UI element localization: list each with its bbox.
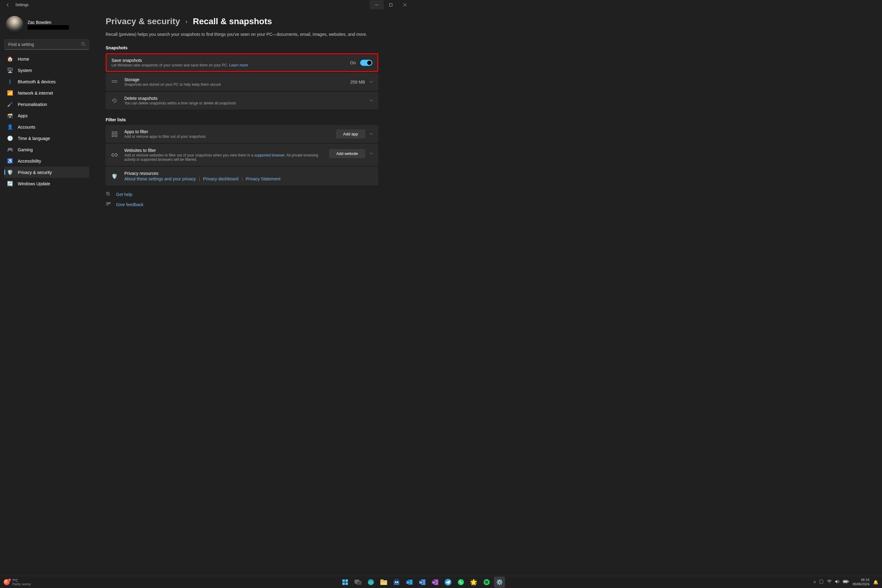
nav-label: Accessibility	[18, 159, 41, 164]
svg-rect-10	[115, 135, 117, 136]
storage-card[interactable]: Storage Snapshots are stored on your PC …	[106, 73, 378, 91]
save-snapshots-sub: Let Windows take snapshots of your scree…	[111, 63, 344, 68]
nav-list: 🏠Home 🖥️System ᛒBluetooth & devices 📶Net…	[4, 53, 89, 189]
close-button[interactable]	[398, 0, 412, 9]
breadcrumb-current: Recall & snapshots	[193, 16, 272, 26]
add-app-button[interactable]: Add app	[336, 129, 365, 138]
websites-filter-title: Websites to filter	[124, 148, 323, 153]
nav-privacy-security[interactable]: 🛡️Privacy & security	[4, 166, 89, 178]
svg-rect-1	[390, 4, 392, 6]
chevron-down-icon	[369, 80, 373, 84]
main-content: Privacy & security › Recall & snapshots …	[93, 10, 397, 262]
websites-to-filter-card[interactable]: Websites to filter Add or remove website…	[106, 144, 378, 166]
svg-rect-14	[109, 202, 110, 204]
save-snapshots-title: Save snapshots	[111, 58, 344, 63]
about-settings-link[interactable]: About these settings and your privacy	[124, 176, 196, 181]
learn-more-link[interactable]: Learn more	[229, 63, 248, 68]
history-icon	[111, 98, 118, 104]
nav-label: Home	[18, 57, 29, 62]
nav-label: System	[18, 68, 32, 73]
system-icon: 🖥️	[8, 68, 13, 73]
feedback-icon	[106, 201, 111, 207]
nav-network[interactable]: 📶Network & internet	[4, 87, 89, 99]
delete-snapshots-title: Delete snapshots	[124, 96, 363, 101]
nav-label: Gaming	[18, 147, 33, 152]
svg-line-12	[109, 195, 110, 196]
nav-apps[interactable]: 🗃️Apps	[4, 110, 89, 121]
apps-filter-sub: Add or remove apps to filter out of your…	[124, 135, 330, 139]
update-icon: 🔄	[8, 181, 13, 186]
maximize-button[interactable]	[384, 0, 398, 9]
svg-rect-7	[112, 132, 114, 134]
privacy-resources-card: 🛡️ Privacy resources About these setting…	[106, 167, 378, 185]
nav-label: Personalisation	[18, 102, 47, 107]
wifi-icon: 📶	[8, 90, 13, 96]
svg-rect-9	[112, 135, 114, 136]
section-title-snapshots: Snapshots	[106, 45, 378, 50]
websites-filter-sub: Add or remove websites to filter out of …	[124, 153, 323, 162]
chevron-down-icon	[369, 98, 373, 103]
window-title: Settings	[15, 3, 28, 7]
storage-title: Storage	[124, 77, 344, 82]
avatar	[6, 16, 23, 34]
supported-browser-link[interactable]: supported browser	[254, 153, 285, 158]
svg-point-13	[106, 202, 108, 204]
profile-block[interactable]: Zac Bowden	[4, 10, 89, 39]
delete-snapshots-sub: You can delete snapshots within a time r…	[124, 101, 363, 105]
nav-windows-update[interactable]: 🔄Windows Update	[4, 178, 89, 189]
nav-system[interactable]: 🖥️System	[4, 64, 89, 76]
get-help-link[interactable]: Get help	[106, 191, 378, 197]
page-description: Recall (preview) helps you search your s…	[106, 32, 378, 37]
titlebar: Settings	[0, 0, 412, 10]
nav-accounts[interactable]: 👤Accounts	[4, 121, 89, 133]
shield-icon: 🛡️	[8, 170, 13, 175]
storage-value: 259 MB	[350, 80, 365, 84]
toggle-state-label: On	[350, 60, 356, 65]
privacy-dashboard-link[interactable]: Privacy dashboard	[203, 176, 238, 181]
link-icon	[111, 153, 118, 157]
search-input[interactable]	[4, 39, 89, 50]
nav-bluetooth[interactable]: ᛒBluetooth & devices	[4, 76, 89, 87]
minimize-button[interactable]	[370, 0, 384, 9]
nav-label: Privacy & security	[18, 170, 52, 175]
sidebar: Zac Bowden 🏠Home 🖥️System ᛒBluetooth & d…	[0, 10, 93, 262]
storage-sub: Snapshots are stored on your PC to help …	[124, 82, 344, 87]
person-icon: 👤	[8, 124, 13, 130]
user-name: Zac Bowden	[28, 20, 69, 25]
nav-label: Apps	[18, 113, 28, 118]
nav-label: Bluetooth & devices	[18, 80, 56, 84]
svg-rect-6	[112, 81, 117, 82]
breadcrumb-parent[interactable]: Privacy & security	[106, 16, 180, 26]
privacy-statement-link[interactable]: Privacy Statement	[246, 176, 280, 181]
save-snapshots-card[interactable]: Save snapshots Let Windows take snapshot…	[106, 53, 378, 72]
nav-label: Accounts	[18, 124, 36, 129]
save-snapshots-toggle[interactable]	[360, 60, 372, 66]
nav-time-language[interactable]: 🕒Time & language	[4, 133, 89, 144]
nav-home[interactable]: 🏠Home	[4, 53, 89, 64]
apps-to-filter-card[interactable]: Apps to filter Add or remove apps to fil…	[106, 125, 378, 143]
nav-personalisation[interactable]: 🖌️Personalisation	[4, 99, 89, 110]
chevron-down-icon	[369, 132, 373, 136]
nav-accessibility[interactable]: ♿Accessibility	[4, 155, 89, 166]
nav-label: Network & internet	[18, 91, 53, 96]
add-website-button[interactable]: Add website	[329, 149, 365, 158]
delete-snapshots-card[interactable]: Delete snapshots You can delete snapshot…	[106, 92, 378, 110]
chevron-down-icon	[369, 151, 373, 156]
svg-rect-8	[115, 132, 117, 134]
privacy-resources-title: Privacy resources	[124, 171, 373, 176]
apps-grid-icon	[111, 131, 118, 137]
nav-label: Windows Update	[18, 181, 50, 186]
section-title-filter-lists: Filter lists	[106, 117, 378, 122]
user-email-redacted	[28, 25, 69, 30]
svg-point-4	[81, 42, 84, 45]
brush-icon: 🖌️	[8, 102, 13, 107]
give-feedback-link[interactable]: Give feedback	[106, 201, 378, 207]
apps-filter-title: Apps to filter	[124, 129, 330, 134]
home-icon: 🏠	[8, 56, 13, 62]
svg-line-5	[84, 45, 85, 46]
nav-gaming[interactable]: 🎮Gaming	[4, 144, 89, 155]
gamepad-icon: 🎮	[8, 147, 13, 153]
back-button[interactable]	[5, 2, 11, 8]
help-icon	[106, 191, 111, 197]
chevron-right-icon: ›	[186, 18, 188, 25]
